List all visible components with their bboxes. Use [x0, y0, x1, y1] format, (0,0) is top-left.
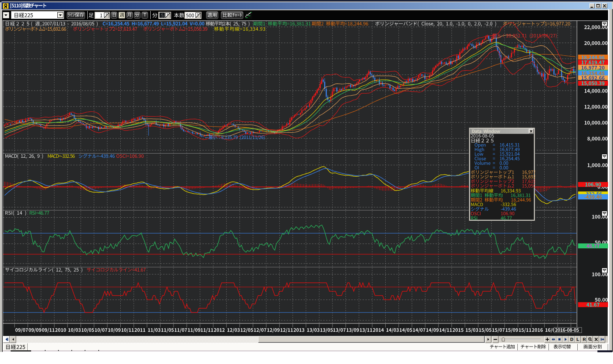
svg-text:L: L: [577, 337, 579, 342]
svg-text:D: D: [570, 337, 573, 342]
svg-text:R: R: [583, 337, 586, 342]
